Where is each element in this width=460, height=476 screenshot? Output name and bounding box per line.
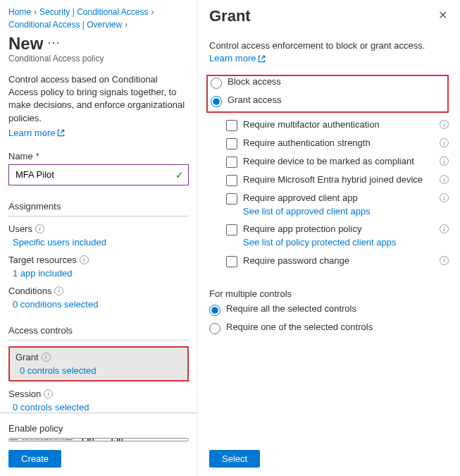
breadcrumb-security[interactable]: Security | Conditional Access xyxy=(39,7,149,17)
toggle-on[interactable]: On xyxy=(73,439,103,441)
target-resources-link[interactable]: 1 app included xyxy=(13,268,73,279)
conditions-label[interactable]: Conditions i xyxy=(8,286,189,296)
breadcrumb: Home › Security | Conditional Access › C… xyxy=(8,7,189,30)
conditions-link[interactable]: 0 conditions selected xyxy=(13,299,98,310)
require-one-label: Require one of the selected controls xyxy=(226,322,373,332)
require-one-radio[interactable]: Require one of the selected controls xyxy=(209,322,449,334)
learn-more-label: Learn more xyxy=(8,128,55,138)
chevron-right-icon: › xyxy=(34,7,37,17)
check-require-mfa[interactable]: Require multifactor authentication i xyxy=(226,118,449,131)
learn-more-link[interactable]: Learn more xyxy=(8,128,189,138)
check-auth-strength[interactable]: Require authentication strength i xyxy=(226,137,449,149)
require-all-radio[interactable]: Require all the selected controls xyxy=(209,303,449,316)
page-subtitle: Conditional Access policy xyxy=(8,54,189,63)
check-compliant-device-label: Require device to be marked as compliant xyxy=(243,155,449,168)
grant-panel: Grant ✕ Control access enforcement to bl… xyxy=(197,0,460,476)
check-password-change-label: Require password change xyxy=(243,255,449,267)
check-approved-app[interactable]: Require approved client app See list of … xyxy=(226,192,449,217)
check-require-mfa-label: Require multifactor authentication xyxy=(243,118,449,131)
assignments-header: Assignments xyxy=(8,201,189,216)
info-icon[interactable]: i xyxy=(440,256,449,265)
page-title: New xyxy=(8,34,43,54)
check-app-protection-label: Require app protection policy xyxy=(243,224,361,234)
grant-row-highlight: Grant i 0 controls selected xyxy=(8,346,189,382)
more-actions-icon[interactable]: ⋯ xyxy=(47,36,60,51)
session-label[interactable]: Session i xyxy=(8,389,189,399)
close-icon[interactable]: ✕ xyxy=(437,7,449,23)
block-access-radio[interactable]: Block access xyxy=(211,76,443,89)
name-label: Name* xyxy=(8,151,189,161)
main-left-pane: Home › Security | Conditional Access › C… xyxy=(0,0,197,476)
block-access-label: Block access xyxy=(228,76,281,87)
grant-panel-title: Grant xyxy=(209,7,251,25)
check-app-protection[interactable]: Require app protection policy See list o… xyxy=(226,223,449,248)
check-compliant-device[interactable]: Require device to be marked as compliant… xyxy=(226,155,449,168)
require-all-label: Require all the selected controls xyxy=(226,303,356,314)
enable-policy-label: Enable policy xyxy=(8,423,189,434)
check-approved-app-label: Require approved client app xyxy=(243,193,358,203)
external-link-icon xyxy=(57,129,65,137)
grant-learn-more-link[interactable]: Learn more xyxy=(209,52,266,65)
multiple-controls-header: For multiple controls xyxy=(209,288,449,299)
check-hybrid-joined-label: Require Microsoft Entra hybrid joined de… xyxy=(243,173,449,186)
grant-controls-list: Require multifactor authentication i Req… xyxy=(226,118,449,272)
info-icon[interactable]: i xyxy=(42,353,51,362)
users-label[interactable]: Users i xyxy=(8,224,189,234)
page-description: Control access based on Conditional Acce… xyxy=(8,73,189,125)
info-icon[interactable]: i xyxy=(35,224,44,233)
breadcrumb-overview[interactable]: Conditional Access | Overview xyxy=(8,20,122,30)
checkmark-icon: ✓ xyxy=(175,169,184,181)
info-icon[interactable]: i xyxy=(44,389,53,398)
grant-link[interactable]: 0 controls selected xyxy=(20,365,96,376)
check-auth-strength-label: Require authentication strength xyxy=(243,137,449,149)
chevron-right-icon: › xyxy=(151,7,154,17)
external-link-icon xyxy=(258,55,266,63)
approved-apps-list-link[interactable]: See list of approved client apps xyxy=(243,205,436,218)
toggle-off[interactable]: Off xyxy=(103,439,132,441)
name-input[interactable] xyxy=(10,166,187,184)
info-icon[interactable]: i xyxy=(54,286,63,295)
grant-access-radio[interactable]: Grant access xyxy=(211,94,443,107)
chevron-right-icon: › xyxy=(125,20,128,30)
breadcrumb-home[interactable]: Home xyxy=(8,7,31,17)
grant-label[interactable]: Grant i xyxy=(15,352,182,362)
required-asterisk-icon: * xyxy=(36,151,39,161)
protection-apps-list-link[interactable]: See list of policy protected client apps xyxy=(243,236,436,249)
info-icon[interactable]: i xyxy=(80,255,89,264)
check-password-change[interactable]: Require password change i xyxy=(226,255,449,267)
access-controls-header: Access controls xyxy=(8,325,189,341)
grant-panel-description: Control access enforcement to block or g… xyxy=(209,39,449,65)
access-radio-highlight: Block access Grant access xyxy=(206,75,449,113)
session-link[interactable]: 0 controls selected xyxy=(13,402,89,413)
create-button[interactable]: Create xyxy=(8,450,61,468)
grant-access-label: Grant access xyxy=(228,94,282,105)
users-link[interactable]: Specific users included xyxy=(13,237,106,248)
check-hybrid-joined[interactable]: Require Microsoft Entra hybrid joined de… xyxy=(226,173,449,186)
toggle-report-only[interactable]: Report-only xyxy=(10,439,73,440)
target-resources-label[interactable]: Target resources i xyxy=(8,255,189,265)
select-button[interactable]: Select xyxy=(209,450,260,468)
